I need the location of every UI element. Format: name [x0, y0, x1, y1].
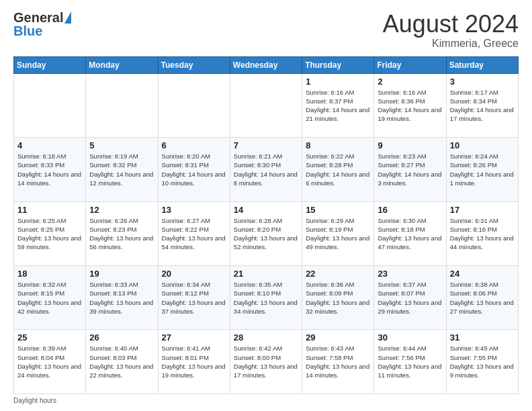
- daylight-label: Daylight hours: [13, 397, 56, 404]
- col-header-monday: Monday: [86, 56, 158, 73]
- calendar-cell: 2Sunrise: 6:16 AMSunset: 8:36 PMDaylight…: [374, 73, 446, 137]
- day-number: 22: [306, 269, 370, 279]
- logo-triangle-icon: [64, 11, 71, 24]
- day-number: 29: [306, 332, 370, 342]
- day-info: Sunrise: 6:31 AMSunset: 8:16 PMDaylight:…: [450, 216, 515, 252]
- location: Kimmeria, Greece: [383, 38, 519, 50]
- day-number: 12: [89, 205, 154, 215]
- calendar-cell: 30Sunrise: 6:44 AMSunset: 7:56 PMDayligh…: [374, 330, 446, 394]
- calendar-cell: 22Sunrise: 6:36 AMSunset: 8:09 PMDayligh…: [302, 266, 374, 330]
- calendar-cell: 4Sunrise: 6:18 AMSunset: 8:33 PMDaylight…: [14, 138, 86, 201]
- day-info: Sunrise: 6:20 AMSunset: 8:31 PMDaylight:…: [162, 152, 226, 187]
- day-info: Sunrise: 6:16 AMSunset: 8:36 PMDaylight:…: [378, 88, 442, 124]
- day-info: Sunrise: 6:39 AMSunset: 8:04 PMDaylight:…: [17, 344, 82, 379]
- calendar-cell: 7Sunrise: 6:21 AMSunset: 8:30 PMDaylight…: [230, 138, 302, 201]
- day-info: Sunrise: 6:40 AMSunset: 8:03 PMDaylight:…: [89, 344, 154, 379]
- calendar-cell: 17Sunrise: 6:31 AMSunset: 8:16 PMDayligh…: [446, 201, 518, 265]
- day-number: 20: [162, 269, 226, 279]
- calendar-cell: [230, 73, 302, 137]
- day-number: 23: [378, 269, 442, 279]
- day-info: Sunrise: 6:35 AMSunset: 8:10 PMDaylight:…: [234, 280, 298, 316]
- day-info: Sunrise: 6:37 AMSunset: 8:07 PMDaylight:…: [378, 280, 442, 316]
- calendar-table: SundayMondayTuesdayWednesdayThursdayFrid…: [13, 56, 519, 394]
- day-number: 19: [89, 269, 154, 279]
- day-info: Sunrise: 6:38 AMSunset: 8:06 PMDaylight:…: [450, 280, 515, 316]
- day-number: 13: [162, 205, 226, 215]
- title-block: August 2024 Kimmeria, Greece: [383, 11, 519, 50]
- calendar-cell: 1Sunrise: 6:16 AMSunset: 8:37 PMDaylight…: [302, 73, 374, 137]
- day-info: Sunrise: 6:16 AMSunset: 8:37 PMDaylight:…: [306, 88, 370, 124]
- col-header-friday: Friday: [374, 56, 446, 73]
- day-number: 8: [306, 140, 370, 150]
- calendar-cell: [158, 73, 230, 137]
- calendar-cell: 20Sunrise: 6:34 AMSunset: 8:12 PMDayligh…: [158, 266, 230, 330]
- day-info: Sunrise: 6:33 AMSunset: 8:13 PMDaylight:…: [89, 280, 154, 316]
- calendar-week-row: 1Sunrise: 6:16 AMSunset: 8:37 PMDaylight…: [14, 73, 519, 137]
- day-number: 18: [17, 269, 82, 279]
- calendar-week-row: 25Sunrise: 6:39 AMSunset: 8:04 PMDayligh…: [14, 330, 519, 394]
- calendar-cell: 14Sunrise: 6:28 AMSunset: 8:20 PMDayligh…: [230, 201, 302, 265]
- day-info: Sunrise: 6:41 AMSunset: 8:01 PMDaylight:…: [162, 344, 226, 379]
- calendar-cell: 29Sunrise: 6:43 AMSunset: 7:58 PMDayligh…: [302, 330, 374, 394]
- calendar-cell: 13Sunrise: 6:27 AMSunset: 8:22 PMDayligh…: [158, 201, 230, 265]
- day-number: 31: [450, 332, 515, 342]
- calendar-cell: 27Sunrise: 6:41 AMSunset: 8:01 PMDayligh…: [158, 330, 230, 394]
- calendar-cell: 8Sunrise: 6:22 AMSunset: 8:28 PMDaylight…: [302, 138, 374, 201]
- col-header-sunday: Sunday: [14, 56, 86, 73]
- calendar-page: General Blue August 2024 Kimmeria, Greec…: [0, 0, 532, 411]
- day-number: 25: [17, 332, 82, 342]
- calendar-cell: 9Sunrise: 6:23 AMSunset: 8:27 PMDaylight…: [374, 138, 446, 201]
- day-info: Sunrise: 6:23 AMSunset: 8:27 PMDaylight:…: [378, 152, 442, 187]
- day-info: Sunrise: 6:25 AMSunset: 8:25 PMDaylight:…: [17, 216, 82, 252]
- calendar-cell: 12Sunrise: 6:26 AMSunset: 8:23 PMDayligh…: [86, 201, 158, 265]
- day-number: 1: [306, 77, 370, 87]
- calendar-cell: 16Sunrise: 6:30 AMSunset: 8:18 PMDayligh…: [374, 201, 446, 265]
- day-info: Sunrise: 6:22 AMSunset: 8:28 PMDaylight:…: [306, 152, 370, 187]
- day-number: 6: [162, 140, 226, 150]
- day-info: Sunrise: 6:17 AMSunset: 8:34 PMDaylight:…: [450, 88, 515, 124]
- day-info: Sunrise: 6:29 AMSunset: 8:19 PMDaylight:…: [306, 216, 370, 252]
- day-info: Sunrise: 6:28 AMSunset: 8:20 PMDaylight:…: [234, 216, 298, 252]
- calendar-header-row: SundayMondayTuesdayWednesdayThursdayFrid…: [14, 56, 519, 73]
- calendar-body: 1Sunrise: 6:16 AMSunset: 8:37 PMDaylight…: [14, 73, 519, 394]
- col-header-saturday: Saturday: [446, 56, 518, 73]
- day-number: 9: [378, 140, 442, 150]
- day-number: 10: [450, 140, 515, 150]
- calendar-cell: 28Sunrise: 6:42 AMSunset: 8:00 PMDayligh…: [230, 330, 302, 394]
- day-number: 30: [378, 332, 442, 342]
- calendar-cell: 3Sunrise: 6:17 AMSunset: 8:34 PMDaylight…: [446, 73, 518, 137]
- calendar-cell: 19Sunrise: 6:33 AMSunset: 8:13 PMDayligh…: [86, 266, 158, 330]
- day-number: 16: [378, 205, 442, 215]
- logo-general: General: [13, 11, 63, 24]
- calendar-cell: 11Sunrise: 6:25 AMSunset: 8:25 PMDayligh…: [14, 201, 86, 265]
- calendar-cell: 18Sunrise: 6:32 AMSunset: 8:15 PMDayligh…: [14, 266, 86, 330]
- day-number: 28: [234, 332, 298, 342]
- col-header-thursday: Thursday: [302, 56, 374, 73]
- col-header-tuesday: Tuesday: [158, 56, 230, 73]
- day-info: Sunrise: 6:19 AMSunset: 8:32 PMDaylight:…: [89, 152, 154, 187]
- day-info: Sunrise: 6:18 AMSunset: 8:33 PMDaylight:…: [17, 152, 82, 187]
- day-info: Sunrise: 6:44 AMSunset: 7:56 PMDaylight:…: [378, 344, 442, 379]
- day-number: 27: [162, 332, 226, 342]
- day-number: 17: [450, 205, 515, 215]
- day-info: Sunrise: 6:24 AMSunset: 8:26 PMDaylight:…: [450, 152, 515, 187]
- calendar-cell: 21Sunrise: 6:35 AMSunset: 8:10 PMDayligh…: [230, 266, 302, 330]
- calendar-cell: 10Sunrise: 6:24 AMSunset: 8:26 PMDayligh…: [446, 138, 518, 201]
- logo: General Blue: [13, 11, 71, 38]
- day-number: 7: [234, 140, 298, 150]
- day-number: 11: [17, 205, 82, 215]
- month-year: August 2024: [383, 11, 519, 38]
- day-number: 5: [89, 140, 154, 150]
- calendar-cell: 6Sunrise: 6:20 AMSunset: 8:31 PMDaylight…: [158, 138, 230, 201]
- calendar-week-row: 11Sunrise: 6:25 AMSunset: 8:25 PMDayligh…: [14, 201, 519, 265]
- day-number: 14: [234, 205, 298, 215]
- day-info: Sunrise: 6:32 AMSunset: 8:15 PMDaylight:…: [17, 280, 82, 316]
- calendar-cell: 31Sunrise: 6:45 AMSunset: 7:55 PMDayligh…: [446, 330, 518, 394]
- calendar-cell: 23Sunrise: 6:37 AMSunset: 8:07 PMDayligh…: [374, 266, 446, 330]
- col-header-wednesday: Wednesday: [230, 56, 302, 73]
- logo-blue: Blue: [13, 24, 71, 38]
- day-number: 3: [450, 77, 515, 87]
- day-number: 24: [450, 269, 515, 279]
- day-number: 21: [234, 269, 298, 279]
- calendar-cell: 25Sunrise: 6:39 AMSunset: 8:04 PMDayligh…: [14, 330, 86, 394]
